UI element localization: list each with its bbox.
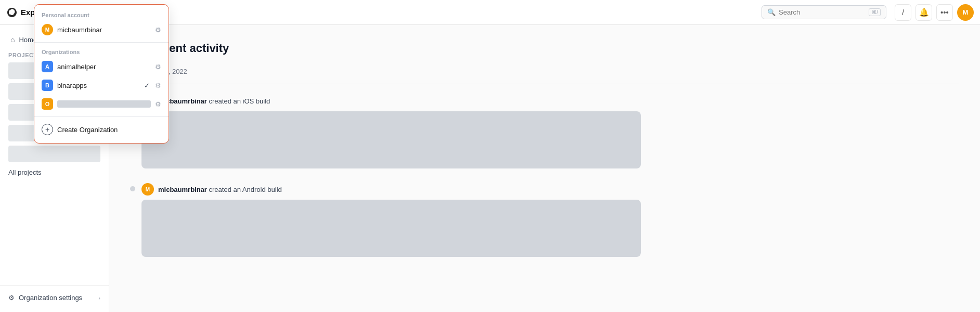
- activity-action-1: created an iOS build: [207, 97, 270, 105]
- org-settings-left: ⚙ Organization settings: [8, 294, 82, 302]
- more-options-button[interactable]: •••: [936, 4, 953, 21]
- personal-username: micbaumrbinar: [57, 26, 151, 34]
- all-projects-label: All projects: [8, 168, 42, 176]
- expo-logo-icon: [6, 7, 18, 18]
- blurred-org-name: [57, 100, 151, 108]
- personal-user-avatar: M: [42, 24, 53, 35]
- binarapps-icon: B: [42, 80, 53, 91]
- activity-item-android: M micbaumrbinar created an Android build: [130, 183, 959, 257]
- slash-icon: /: [902, 8, 904, 17]
- org-settings-label: Organization settings: [19, 294, 82, 302]
- dropdown-personal-user[interactable]: M micbaumrbinar ⚙: [34, 20, 169, 39]
- binarapps-check-icon: ✓: [144, 82, 150, 89]
- date-divider: [130, 84, 959, 84]
- user-initial: M: [963, 8, 969, 16]
- activity-meta-1: M micbaumrbinar created an iOS build: [141, 95, 959, 107]
- animalhelper-name: animalhelper: [57, 63, 151, 71]
- ellipsis-icon: •••: [940, 8, 949, 17]
- activity-dot-2: [130, 186, 135, 191]
- activity-avatar-2: M: [141, 183, 154, 196]
- bell-icon: 🔔: [919, 8, 929, 17]
- activity-content-1: M micbaumrbinar created an iOS build: [141, 95, 959, 168]
- search-icon: 🔍: [767, 8, 776, 16]
- sidebar-bottom: ⚙ Organization settings ›: [0, 285, 109, 306]
- animalhelper-icon: A: [42, 61, 53, 72]
- dropdown-org-binarapps[interactable]: B binarapps ✓ ⚙: [34, 76, 169, 95]
- org-switcher-dropdown: Personal account M micbaumrbinar ⚙ Organ…: [34, 4, 169, 144]
- activity-text-1: micbaumrbinar created an iOS build: [158, 97, 270, 105]
- dropdown-divider-1: [34, 42, 169, 43]
- activity-content-2: M micbaumrbinar created an Android build: [141, 183, 959, 257]
- topbar-actions: / 🔔 ••• M: [895, 4, 974, 21]
- main-content: ⚡ Recent activity Friday Dec 2, 2022 M m…: [109, 25, 980, 312]
- chevron-right-icon: ›: [98, 295, 100, 301]
- search-input[interactable]: [779, 8, 866, 16]
- binarapps-gear-icon[interactable]: ⚙: [155, 82, 161, 89]
- search-shortcut: ⌘/: [869, 8, 881, 16]
- date-label: Friday Dec 2, 2022: [130, 68, 959, 75]
- orgs-section-label: Organizations: [34, 46, 169, 57]
- page-header: ⚡ Recent activity: [130, 42, 959, 55]
- all-projects-link[interactable]: All projects: [0, 164, 109, 180]
- create-org-label: Create Organization: [57, 126, 161, 134]
- animalhelper-gear-icon[interactable]: ⚙: [155, 63, 161, 71]
- org-settings-item[interactable]: ⚙ Organization settings ›: [0, 290, 109, 306]
- binarapps-name: binarapps: [57, 82, 140, 89]
- activity-card-android: [141, 200, 641, 257]
- home-icon: ⌂: [10, 35, 15, 44]
- search-box[interactable]: 🔍 ⌘/: [762, 5, 886, 19]
- blurred-org-icon: O: [42, 98, 53, 110]
- activity-card-ios: [141, 111, 641, 168]
- user-avatar-button[interactable]: M: [957, 4, 974, 21]
- dropdown-divider-2: [34, 116, 169, 117]
- plus-icon: +: [42, 124, 53, 135]
- slash-icon-button[interactable]: /: [895, 4, 911, 21]
- create-org-item[interactable]: + Create Organization: [34, 120, 169, 139]
- bell-icon-button[interactable]: 🔔: [915, 4, 932, 21]
- activity-user-2: micbaumrbinar: [158, 186, 207, 193]
- activity-action-2: created an Android build: [207, 186, 282, 193]
- personal-settings-gear-icon[interactable]: ⚙: [155, 26, 161, 34]
- dropdown-org-blurred[interactable]: O ⚙: [34, 95, 169, 113]
- activity-item-ios: M micbaumrbinar created an iOS build: [130, 95, 959, 168]
- activity-meta-2: M micbaumrbinar created an Android build: [141, 183, 959, 196]
- blurred-project-row-5: [8, 146, 100, 162]
- blurred-org-gear-icon[interactable]: ⚙: [155, 100, 161, 108]
- personal-section-label: Personal account: [34, 9, 169, 20]
- activity-text-2: micbaumrbinar created an Android build: [158, 186, 282, 193]
- settings-icon: ⚙: [8, 294, 15, 302]
- dropdown-org-animalhelper[interactable]: A animalhelper ⚙: [34, 57, 169, 76]
